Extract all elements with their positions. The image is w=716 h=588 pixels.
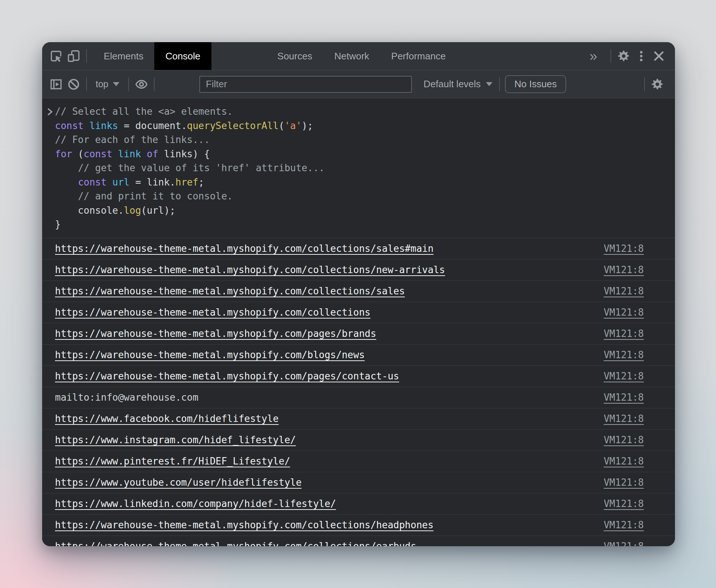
source-location-link[interactable]: VM121:8 xyxy=(604,434,644,445)
code-token-plain: ); xyxy=(302,120,313,131)
console-log-entry: https://warehouse-theme-metal.myshopify.… xyxy=(42,302,675,323)
console-filter-input[interactable] xyxy=(199,76,412,93)
console-settings-button[interactable] xyxy=(649,78,666,91)
source-location-link[interactable]: VM121:8 xyxy=(604,519,644,530)
source-location-link[interactable]: VM121:8 xyxy=(604,328,644,339)
source-location-link[interactable]: VM121:8 xyxy=(604,349,644,360)
logged-url-link[interactable]: https://warehouse-theme-metal.myshopify.… xyxy=(55,371,399,382)
console-log-entry: mailto:info@warehouse.comVM121:8 xyxy=(42,387,675,408)
code-token-plain: ; xyxy=(198,177,204,188)
device-toolbar-icon xyxy=(67,49,80,63)
source-location-link[interactable]: VM121:8 xyxy=(604,541,644,546)
logged-url-link[interactable]: https://warehouse-theme-metal.myshopify.… xyxy=(55,519,433,530)
console-log-entry: https://warehouse-theme-metal.myshopify.… xyxy=(42,536,675,547)
code-token-variable: url xyxy=(112,177,130,188)
source-location-link[interactable]: VM121:8 xyxy=(604,371,644,382)
divider xyxy=(154,77,155,91)
tab-console[interactable]: Console xyxy=(154,42,211,70)
code-token-keyword: const xyxy=(55,120,84,131)
more-options-button[interactable] xyxy=(632,50,650,62)
code-token-variable: links xyxy=(89,120,118,131)
source-location-link[interactable]: VM121:8 xyxy=(604,413,644,424)
chevron-double-right-icon: » xyxy=(590,49,597,63)
code-line: // and print it to console. xyxy=(55,189,668,203)
code-token-plain xyxy=(107,177,112,188)
logged-url-link[interactable]: https://warehouse-theme-metal.myshopify.… xyxy=(55,328,376,339)
close-devtools-button[interactable] xyxy=(650,49,668,63)
code-line: const links = document.querySelectorAll(… xyxy=(55,119,668,133)
console-log-entry: https://warehouse-theme-metal.myshopify.… xyxy=(42,238,675,260)
logged-url-link[interactable]: https://www.linkedin.com/company/hidef-l… xyxy=(55,498,336,509)
close-icon xyxy=(652,49,665,63)
inspect-cursor-icon xyxy=(49,49,63,63)
block-icon xyxy=(67,78,80,91)
code-token-plain xyxy=(84,120,89,131)
source-location-link[interactable]: VM121:8 xyxy=(604,243,644,254)
code-token-keyword: const xyxy=(84,148,112,159)
source-location-link[interactable]: VM121:8 xyxy=(604,477,644,488)
divider xyxy=(610,49,611,63)
eye-icon xyxy=(134,78,148,91)
source-location-link[interactable]: VM121:8 xyxy=(604,456,644,467)
clear-console-button[interactable] xyxy=(65,78,82,91)
code-token-plain: = document. xyxy=(118,120,187,131)
code-line: } xyxy=(55,217,668,232)
source-location-link[interactable]: VM121:8 xyxy=(604,498,644,509)
tab-elements[interactable]: Elements xyxy=(93,42,154,70)
code-token-plain: ( xyxy=(279,120,285,131)
code-line: const url = link.href; xyxy=(55,175,668,190)
gear-icon xyxy=(617,49,630,63)
logged-url-link[interactable]: https://warehouse-theme-metal.myshopify.… xyxy=(55,243,433,254)
code-token-plain xyxy=(55,162,78,173)
device-toolbar-button[interactable] xyxy=(65,42,82,70)
code-line: // get the value of its 'href' attribute… xyxy=(55,161,668,175)
more-tabs-button[interactable]: » xyxy=(580,42,607,70)
tab-sources[interactable]: Sources xyxy=(266,42,323,70)
code-token-plain xyxy=(112,148,118,159)
code-token-plain: console. xyxy=(55,205,124,216)
divider xyxy=(644,77,645,91)
source-location-link[interactable]: VM121:8 xyxy=(604,286,644,297)
logged-url-link[interactable]: https://warehouse-theme-metal.myshopify.… xyxy=(55,286,405,297)
code-token-keyword: of xyxy=(147,148,158,159)
logged-url-link[interactable]: https://www.facebook.com/hideflifestyle xyxy=(55,413,278,424)
inspect-element-button[interactable] xyxy=(47,42,65,70)
javascript-context-selector[interactable]: top xyxy=(91,79,125,89)
code-token-variable: link xyxy=(118,148,141,159)
code-token-plain: links) { xyxy=(158,148,210,159)
tabbar-right-icons xyxy=(615,42,675,70)
divider xyxy=(86,77,87,91)
source-location-link[interactable]: VM121:8 xyxy=(604,392,644,403)
code-token-comment: // Select all the <a> elements. xyxy=(55,106,233,117)
create-live-expression-button[interactable] xyxy=(133,78,150,91)
code-token-keyword: const xyxy=(78,177,107,188)
console-entries: https://warehouse-theme-metal.myshopify.… xyxy=(42,238,675,547)
logged-url-link[interactable]: https://warehouse-theme-metal.myshopify.… xyxy=(55,307,370,318)
logged-url-link[interactable]: https://warehouse-theme-metal.myshopify.… xyxy=(55,541,416,546)
logged-url-link[interactable]: https://www.youtube.com/user/hideflifest… xyxy=(55,477,302,488)
console-log-entry: https://warehouse-theme-metal.myshopify.… xyxy=(42,260,675,281)
logged-url-link[interactable]: https://warehouse-theme-metal.myshopify.… xyxy=(55,264,445,275)
log-levels-dropdown[interactable]: Default levels xyxy=(421,78,495,90)
code-token-comment: // and print it to console. xyxy=(78,191,233,202)
logged-url-link[interactable]: https://www.instagram.com/hidef_lifestyl… xyxy=(55,434,296,445)
code-token-plain: (url); xyxy=(141,205,176,216)
source-location-link[interactable]: VM121:8 xyxy=(604,307,644,318)
code-token-function: log xyxy=(124,205,141,216)
logged-url-link[interactable]: https://warehouse-theme-metal.myshopify.… xyxy=(55,349,365,360)
logged-url-link[interactable]: https://www.pinterest.fr/HiDEF_Lifestyle… xyxy=(55,456,290,467)
code-line: // Select all the <a> elements. xyxy=(55,104,668,119)
console-output: // Select all the <a> elements.const lin… xyxy=(42,98,675,546)
log-levels-label: Default levels xyxy=(424,78,481,90)
console-log-entry: https://www.pinterest.fr/HiDEF_Lifestyle… xyxy=(42,451,675,472)
devtools-settings-button[interactable] xyxy=(615,49,632,63)
code-token-string: 'a' xyxy=(284,120,302,131)
console-log-entry: https://warehouse-theme-metal.myshopify.… xyxy=(42,366,675,387)
issues-counter-button[interactable]: No Issues xyxy=(505,75,566,93)
code-token-comment: // get the value of its 'href' attribute… xyxy=(78,162,325,173)
devtools-tabbar: ElementsConsoleSourcesNetworkPerformance… xyxy=(42,42,675,70)
console-sidebar-toggle-button[interactable] xyxy=(47,78,65,91)
source-location-link[interactable]: VM121:8 xyxy=(604,264,644,275)
tab-performance[interactable]: Performance xyxy=(380,42,457,70)
tab-network[interactable]: Network xyxy=(323,42,380,70)
